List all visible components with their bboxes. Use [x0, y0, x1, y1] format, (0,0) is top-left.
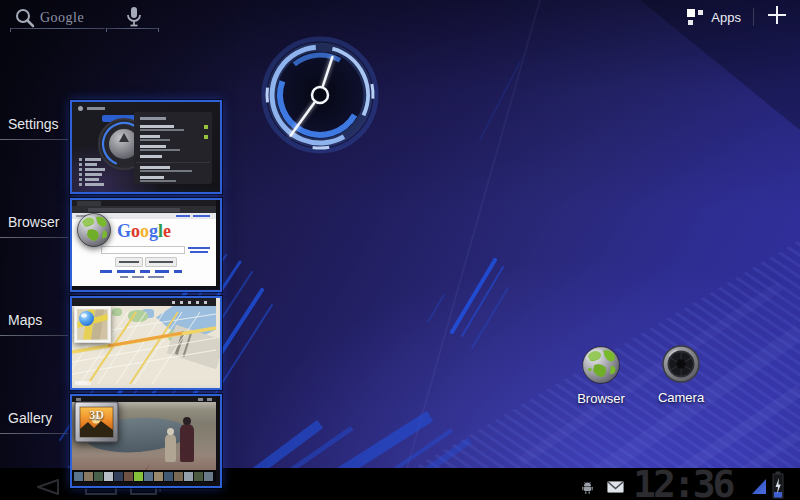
- browser-app-badge-icon: [76, 212, 112, 248]
- recents-label: Maps: [8, 312, 42, 328]
- recents-label: Browser: [8, 214, 59, 230]
- google-search-box: [101, 246, 185, 254]
- settings-detail-panel: [134, 112, 212, 184]
- gallery-app-badge-icon: 3D: [74, 401, 120, 448]
- label-underline: [0, 433, 68, 434]
- label-underline: [0, 237, 68, 238]
- recents-row-gallery: Gallery: [0, 394, 230, 490]
- label-underline: [0, 335, 68, 336]
- maps-app-badge-icon: [74, 306, 112, 344]
- maps-watermark: [75, 381, 91, 385]
- browser-screenshot: Google: [72, 200, 220, 290]
- label-underline: [0, 139, 68, 140]
- recents-row-settings: Settings: [0, 100, 230, 196]
- recents-thumbnail-maps[interactable]: [70, 296, 222, 390]
- gallery-screenshot: 3D: [72, 396, 220, 486]
- recents-thumbnail-gallery[interactable]: 3D: [70, 394, 222, 488]
- maps-action-bar: [72, 298, 216, 306]
- recents-thumbnail-settings[interactable]: [70, 100, 222, 194]
- recents-row-browser: Browser Google: [0, 198, 230, 294]
- honeycomb-home-screen: Google Apps: [0, 0, 800, 500]
- recents-label: Settings: [8, 116, 59, 132]
- gallery-filmstrip: [72, 470, 216, 482]
- recents-thumbnail-browser[interactable]: Google: [70, 198, 222, 292]
- recents-row-maps: Maps: [0, 296, 230, 392]
- gallery-badge-3d-label: 3D: [80, 408, 113, 423]
- recents-label: Gallery: [8, 410, 52, 426]
- maps-screenshot: [72, 298, 220, 388]
- recent-apps-overlay: Settings: [0, 0, 800, 500]
